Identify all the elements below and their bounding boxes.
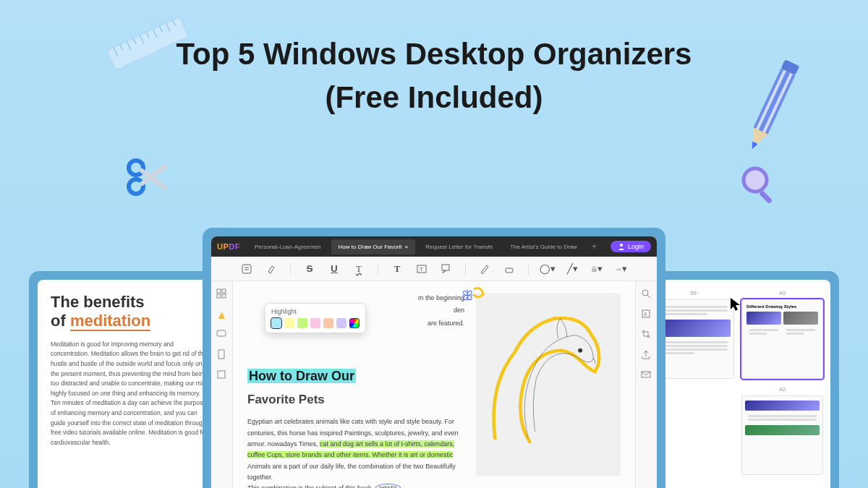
highlight-color-popup: Highlight [265,303,366,333]
login-button[interactable]: Login [610,241,651,252]
right-pages-panel: 39 40 Different Drawing Styles [645,280,830,488]
comments-icon[interactable] [216,329,228,341]
swatch-0[interactable] [271,318,281,328]
left-doc-body: Meditation is good for improving memory … [51,340,210,448]
attachments-icon[interactable] [216,349,228,361]
user-icon [618,243,625,250]
document-image: ꕥ [476,293,621,476]
tab-1[interactable]: How to Draw Our Favorit× [331,239,416,254]
swatch-custom[interactable] [349,318,359,328]
swatch-1[interactable] [284,318,294,328]
svg-rect-22 [242,265,251,273]
line-tool-icon[interactable]: ╱▾ [566,263,578,275]
app-logo: UPDF [217,242,240,251]
email-icon[interactable] [641,369,652,381]
text-tool-icon[interactable]: T [391,263,403,275]
dog-sketch [482,299,615,458]
svg-point-21 [620,244,623,247]
swatch-2[interactable] [297,318,307,328]
add-tab-button[interactable]: + [587,241,601,252]
page-thumb-42[interactable] [741,395,823,475]
svg-line-40 [647,295,650,298]
svg-text:A: A [644,312,647,317]
hero-line1: Top 5 Windows Desktop Organizers [0,35,868,74]
highlight-popup-label: Highlight [271,308,359,315]
svg-rect-37 [218,371,225,378]
page-thumb-40[interactable]: Different Drawing Styles [741,299,823,379]
callout-tool-icon[interactable] [441,263,452,275]
swatch-4[interactable] [323,318,333,328]
svg-point-38 [578,348,582,353]
ocr-icon[interactable]: A [641,309,652,320]
butterfly-sticker-icon: ꕥ [461,288,474,304]
svg-rect-28 [506,268,513,273]
center-app: UPDF Personal-Loan-Agreemen How to Draw … [211,236,657,488]
thumbnails-icon[interactable] [216,288,228,300]
svg-rect-30 [592,270,596,271]
tab-3[interactable]: The Artist's Guide to Draw [503,239,584,254]
left-doc-title-l1: The benefits [51,293,145,311]
strikethrough-tool-icon[interactable]: S [304,263,315,275]
crop-icon[interactable] [641,329,652,341]
left-doc-title-prefix: of [51,312,70,330]
squiggly-tool-icon[interactable]: T [353,263,365,275]
eraser-tool-icon[interactable] [503,263,515,275]
shape-tool-icon[interactable]: ◯▾ [542,263,553,275]
page-num-42: 42 [741,386,823,393]
svg-rect-20 [759,190,773,204]
doc-circled-word: artist's [375,484,401,488]
monitor-left: The benefits of meditation Meditation is… [29,271,231,488]
tab-0[interactable]: Personal-Loan-Agreemen [247,239,328,254]
svg-point-39 [642,290,648,296]
scissors-icon [123,152,174,205]
svg-rect-27 [442,265,449,270]
left-document: The benefits of meditation Meditation is… [38,280,223,488]
pencil-tool-icon[interactable] [479,263,490,275]
hero-title: Top 5 Windows Desktop Organizers (Free I… [0,0,868,115]
left-doc-title-highlight: meditation [70,312,150,331]
signature-tool-icon[interactable]: ▾ [616,263,627,275]
swatch-row [271,318,359,328]
document-canvas[interactable]: Highlight m the beginning [233,281,635,488]
right-rail: A [635,281,657,488]
close-icon[interactable]: × [405,244,409,250]
swatch-5[interactable] [336,318,346,328]
svg-point-29 [593,266,596,269]
tab-2[interactable]: Request Letter for Transfe [418,239,500,254]
svg-rect-32 [222,289,226,293]
svg-rect-36 [218,350,224,359]
app-header: UPDF Personal-Loan-Agreemen How to Draw … [211,236,657,257]
page-num-40: 40 [741,290,823,296]
monitor-center: UPDF Personal-Loan-Agreemen How to Draw … [203,228,665,488]
search-icon[interactable] [641,288,652,300]
left-rail: ▲ [211,281,233,488]
bookmarks-icon[interactable]: ▲ [216,309,228,320]
underline-tool-icon[interactable]: U [328,263,340,275]
stamp-tool-icon[interactable]: ▾ [591,263,603,275]
note-tool-icon[interactable] [241,263,252,275]
monitor-right: 39 40 Different Drawing Styles [637,271,839,488]
svg-text:T: T [420,266,423,273]
app-toolbar: S U T T T ◯▾ ╱▾ ▾ ▾ [211,257,657,281]
monitors-row: The benefits of meditation Meditation is… [0,213,868,488]
doc-subtitle: Favorite Pets [247,390,464,411]
highlighter-tool-icon[interactable] [265,263,277,275]
svg-rect-33 [217,294,221,298]
svg-point-19 [744,168,767,192]
svg-rect-34 [222,294,226,298]
share-icon[interactable] [641,349,652,361]
svg-rect-35 [217,330,226,336]
hero-line2: (Free Included) [0,80,868,115]
svg-rect-31 [217,289,221,293]
swatch-3[interactable] [310,318,320,328]
magnifier-icon [738,163,781,209]
doc-title-highlighted: How to Draw Our [247,369,356,383]
fields-icon[interactable] [216,369,228,381]
cursor-icon [729,296,742,312]
textbox-tool-icon[interactable]: T [416,263,427,275]
